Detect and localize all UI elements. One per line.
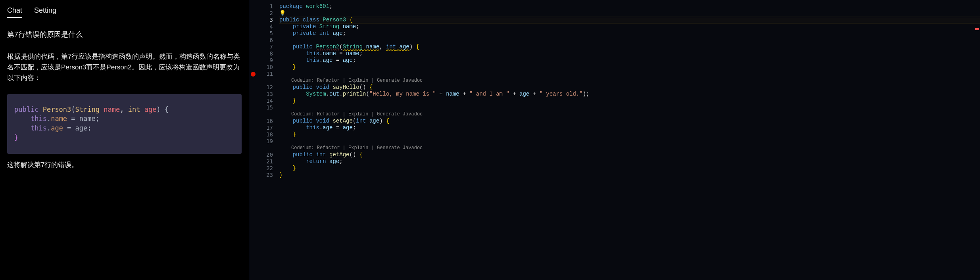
tab-setting[interactable]: Setting [34, 4, 56, 18]
chat-panel: Chat Setting 第7行错误的原因是什么 根据提供的代码，第7行应该是指… [0, 0, 249, 280]
code-editor: 1234567891011121314151617181920212223 pa… [249, 0, 980, 280]
suggested-code-block: public Person3(String name, int age) { t… [7, 94, 242, 154]
minimap[interactable] [948, 6, 980, 54]
line-numbers: 1234567891011121314151617181920212223 [258, 3, 277, 280]
editor-body[interactable]: 1234567891011121314151617181920212223 pa… [249, 3, 980, 280]
assistant-answer-2: 这将解决第7行的错误。 [7, 159, 242, 170]
editor-tabbar [249, 0, 980, 3]
codelens[interactable]: Codeium: Refactor | Explain | Generate J… [279, 77, 980, 84]
tab-chat[interactable]: Chat [7, 4, 22, 18]
user-question: 第7行错误的原因是什么 [7, 30, 242, 39]
breakpoint-icon[interactable] [251, 72, 256, 77]
assistant-answer-1: 根据提供的代码，第7行应该是指构造函数的声明。然而，构造函数的名称与类名不匹配，… [7, 51, 242, 84]
breakpoint-column[interactable] [249, 3, 258, 280]
error-marker[interactable] [975, 28, 979, 30]
code-area[interactable]: package work601;💡public class Person3 { … [277, 3, 980, 280]
codelens[interactable]: Codeium: Refactor | Explain | Generate J… [279, 111, 980, 118]
chat-tabs: Chat Setting [7, 4, 242, 18]
codelens[interactable]: Codeium: Refactor | Explain | Generate J… [279, 145, 980, 152]
lightbulb-icon[interactable]: 💡 [279, 10, 286, 16]
